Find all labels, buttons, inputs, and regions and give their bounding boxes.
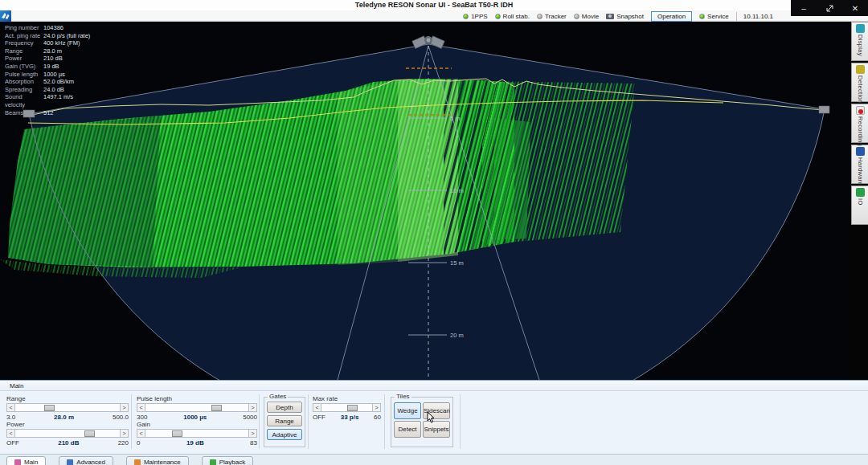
param-label: Gain (TVG) — [5, 63, 43, 71]
main-tab-icon — [14, 459, 21, 465]
slider-value: 19 dB — [140, 439, 250, 447]
sidebar-tab-io[interactable]: IO — [851, 186, 868, 225]
slider-thumb[interactable] — [211, 405, 222, 412]
param-row: Frequency400 kHz (FM) — [5, 39, 90, 47]
bottom-tab-playback[interactable]: Playback — [202, 456, 253, 465]
tiles-detect-button[interactable]: Detect — [394, 421, 421, 438]
restore-button[interactable] — [817, 1, 841, 15]
sidebar-tab-detection[interactable]: Detection — [851, 63, 868, 102]
bottom-tab-label: Main — [24, 459, 38, 465]
io-icon — [856, 188, 865, 197]
recording-icon — [856, 106, 865, 115]
slider-increment-icon[interactable]: > — [248, 429, 257, 438]
led-icon — [463, 14, 469, 19]
slider-min: 300 — [137, 414, 147, 421]
sidebar-tab-label: IO — [857, 198, 864, 206]
param-row: Range28.0 m — [5, 47, 90, 55]
close-button[interactable]: ✕ — [843, 1, 867, 15]
bottom-tab-label: Advanced — [76, 459, 105, 465]
advanced-tab-icon — [67, 459, 73, 465]
range-slider[interactable]: < > — [6, 403, 129, 412]
slider-value: 28.0 m — [15, 414, 113, 421]
param-value: 400 kHz (FM) — [43, 39, 80, 47]
bottom-tab-label: Maintenance — [144, 459, 181, 465]
snapshot-button[interactable]: Snapshot — [606, 13, 644, 20]
slider-decrement-icon[interactable]: < — [6, 429, 15, 438]
restore-icon — [826, 5, 833, 12]
param-row: Sound velocity1497.1 m/s — [5, 93, 90, 108]
operation-button[interactable]: Operation — [651, 11, 692, 22]
slider-value: 210 dB — [19, 439, 118, 447]
slider-thumb[interactable] — [44, 405, 55, 412]
param-label: Absorption — [5, 78, 43, 86]
divider — [460, 394, 461, 449]
bottom-tabstrip: Main Advanced Maintenance Playback — [0, 454, 868, 465]
gates-adaptive-button[interactable]: Adaptive — [267, 429, 302, 440]
teledyne-logo-icon — [0, 10, 11, 22]
pulse-length-slider[interactable]: < > — [137, 403, 257, 412]
divider — [131, 394, 132, 449]
gates-legend: Gates — [268, 393, 288, 400]
param-value: 19 dB — [43, 63, 59, 71]
slider-increment-icon[interactable]: > — [120, 429, 129, 438]
slider-decrement-icon[interactable]: < — [137, 429, 145, 438]
max-rate-slider-label: Max rate — [313, 395, 338, 402]
detection-icon — [856, 65, 865, 74]
indicator-movie[interactable]: Movie — [574, 13, 599, 20]
indicator-tracker[interactable]: Tracker — [537, 13, 567, 20]
gain-slider-values: 0 19 dB 83 — [137, 439, 257, 447]
mouse-cursor — [427, 411, 436, 427]
max-rate-slider[interactable]: < > — [313, 403, 381, 412]
divider — [259, 394, 260, 449]
param-value: 28.0 m — [43, 47, 62, 55]
slider-thumb[interactable] — [347, 405, 358, 412]
range-slider-values: 3.0 28.0 m 500.0 — [6, 414, 129, 421]
slider-thumb[interactable] — [84, 430, 95, 438]
gain-slider[interactable]: < > — [137, 429, 257, 438]
slider-decrement-icon[interactable]: < — [313, 403, 321, 412]
indicator-roll-stab[interactable]: Roll stab. — [495, 13, 530, 20]
window-title: Teledyne RESON Sonar UI - SeaBat T50-R I… — [0, 0, 868, 10]
sidebar-tab-display[interactable]: Display — [851, 22, 868, 61]
gates-range-button[interactable]: Range — [267, 415, 302, 426]
slider-max: 500.0 — [113, 414, 129, 421]
bottom-tab-advanced[interactable]: Advanced — [59, 456, 113, 465]
wedge-graphic: 5 m 10 m 15 m 20 m — [0, 22, 850, 380]
slider-increment-icon[interactable]: > — [248, 403, 257, 412]
slider-decrement-icon[interactable]: < — [6, 403, 15, 412]
power-slider-label: Power — [6, 421, 25, 428]
power-slider[interactable]: < > — [6, 429, 129, 438]
sonar-parameter-readout: Ping number104386 Act. ping rate24.0 p/s… — [5, 24, 90, 116]
sidebar-tab-recording[interactable]: Recording — [851, 104, 868, 143]
sidebar-tab-hardware[interactable]: Hardware — [851, 145, 868, 184]
sonar-wedge-display[interactable]: 5 m 10 m 15 m 20 m Ping number104386 A — [0, 22, 850, 380]
bottom-tab-label: Playback — [219, 459, 245, 465]
indicator-service[interactable]: Service — [699, 13, 729, 20]
slider-increment-icon[interactable]: > — [120, 403, 129, 412]
ip-address-field[interactable]: 10.11.10.1 — [736, 12, 778, 21]
led-icon — [495, 14, 501, 19]
bottom-tab-maintenance[interactable]: Maintenance — [126, 456, 189, 465]
led-icon — [699, 14, 705, 19]
param-row: Ping number104386 — [5, 24, 90, 32]
indicator-label: Tracker — [545, 13, 567, 20]
minimize-button[interactable]: – — [792, 1, 816, 15]
slider-value: 1000 µs — [147, 414, 243, 421]
tiles-wedge-button[interactable]: Wedge — [394, 402, 421, 419]
slider-decrement-icon[interactable]: < — [137, 403, 145, 412]
param-value: 24.0 p/s (full rate) — [43, 32, 90, 40]
slider-min: OFF — [6, 439, 19, 447]
slider-thumb[interactable] — [172, 430, 182, 438]
slider-max: 60 — [374, 414, 381, 421]
slider-max: 220 — [118, 439, 129, 447]
bottom-tab-main[interactable]: Main — [6, 456, 46, 465]
indicator-1pps[interactable]: 1PPS — [463, 13, 487, 20]
depth-tick-label: 5 m — [450, 115, 461, 122]
right-wedge-handle[interactable] — [819, 106, 829, 113]
slider-increment-icon[interactable]: > — [372, 403, 381, 412]
slider-max: 83 — [250, 439, 257, 447]
gates-depth-button[interactable]: Depth — [267, 402, 302, 413]
param-label: Sound velocity — [5, 93, 43, 108]
param-label: Pulse length — [5, 71, 43, 79]
param-row: Absorption52.0 dB/km — [5, 78, 90, 86]
